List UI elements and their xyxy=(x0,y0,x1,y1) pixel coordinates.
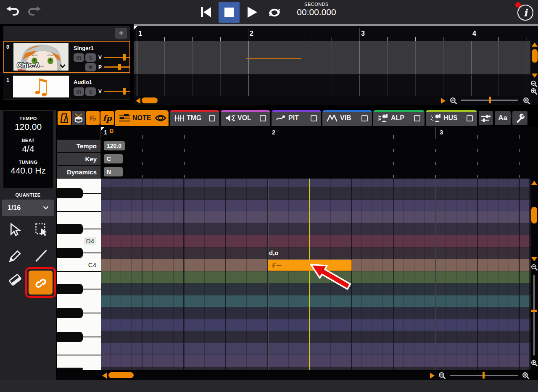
redo-button[interactable] xyxy=(26,5,42,18)
tab-alp[interactable]: ALP xyxy=(373,110,425,126)
piano-key-dsharp3[interactable] xyxy=(57,368,83,370)
info-button[interactable]: i xyxy=(517,5,533,21)
tab-note[interactable]: NOTE xyxy=(115,110,169,126)
track-row-singer1[interactable]: 0 Chis-A xyxy=(3,41,130,73)
settings-button[interactable] xyxy=(512,111,527,125)
timeline-hzoom-handle[interactable] xyxy=(489,97,491,103)
play-button[interactable] xyxy=(244,4,261,20)
pianoroll-hzoom-handle[interactable] xyxy=(483,372,485,379)
timeline-singer-track-lane[interactable] xyxy=(134,41,530,74)
solo-button[interactable]: s xyxy=(85,87,96,96)
pointer-tool-button[interactable] xyxy=(4,220,26,240)
tab-pit[interactable]: PIT xyxy=(272,110,321,126)
metronome-button[interactable] xyxy=(58,111,71,125)
pianoroll-scroll-up-arrow[interactable] xyxy=(531,181,537,185)
timeline-hzoom-in-button[interactable] xyxy=(523,97,530,105)
pianoroll-hzoom-slider[interactable] xyxy=(450,375,518,376)
visibility-eye-icon[interactable] xyxy=(154,113,167,123)
key-signature-button[interactable]: ♯♭ xyxy=(86,111,100,125)
timeline-scroll-right-arrow[interactable] xyxy=(441,98,446,104)
drum-button[interactable] xyxy=(72,111,85,125)
key-row-lane[interactable]: C xyxy=(101,153,530,165)
singer-volume-slider[interactable] xyxy=(104,57,130,58)
mute-button[interactable]: m xyxy=(74,87,84,96)
pianoroll-vzoom-in-button[interactable] xyxy=(531,360,538,367)
timeline-scroll-up-arrow[interactable] xyxy=(532,42,538,47)
tuning-value[interactable]: 440.0 Hz xyxy=(11,166,46,176)
volume-slider-handle[interactable] xyxy=(123,54,126,61)
tempo-row-lane[interactable]: 120.0 xyxy=(101,139,530,152)
dynamics-button[interactable]: fp xyxy=(100,111,114,125)
tab-tmg[interactable]: TMG xyxy=(170,110,219,126)
timeline-scroll-down-arrow[interactable] xyxy=(532,74,538,78)
beat-value[interactable]: 4/4 xyxy=(22,144,34,154)
hus-show-checkbox[interactable] xyxy=(467,115,473,121)
alp-show-checkbox[interactable] xyxy=(414,115,420,121)
pencil-tool-button[interactable] xyxy=(4,245,26,266)
quantize-dropdown[interactable]: 1/16 xyxy=(2,200,54,216)
loop-button[interactable] xyxy=(266,5,283,20)
line-tool-button[interactable] xyxy=(30,245,52,266)
timeline-vertical-scrollbar[interactable] xyxy=(532,49,538,63)
pianoroll-scroll-right-arrow[interactable] xyxy=(430,373,435,379)
singer-pan-slider[interactable] xyxy=(104,66,130,68)
voice-chevron-down-icon[interactable] xyxy=(59,64,66,68)
tab-vol[interactable]: VOL xyxy=(221,110,270,126)
singer-clip-note-preview[interactable] xyxy=(246,58,301,59)
tempo-value[interactable]: 120.00 xyxy=(15,122,42,132)
dynamics-event-pill[interactable]: N xyxy=(104,167,123,176)
solo-button[interactable]: s xyxy=(85,53,96,62)
audio-volume-slider[interactable] xyxy=(104,91,130,92)
tempo-event-pill[interactable]: 120.0 xyxy=(104,141,125,150)
track-row-audio1[interactable]: 1 ♫ Audio1 m s V xyxy=(3,74,130,99)
pianoroll-vzoom-slider[interactable] xyxy=(533,275,535,355)
pianoroll-ruler[interactable]: 1 B 2 3 xyxy=(57,127,530,139)
piano-key-csharp4[interactable] xyxy=(57,248,83,258)
lyrics-font-button[interactable]: Aa xyxy=(495,111,511,125)
eraser-tool-button[interactable] xyxy=(4,270,26,290)
tab-vib[interactable]: VIB xyxy=(322,110,372,126)
timeline-audio-track-lane[interactable] xyxy=(134,75,530,96)
timeline-vzoom-out-button[interactable] xyxy=(530,80,538,87)
note-grid[interactable]: d,o ドー xyxy=(101,179,530,370)
pianoroll-hzoom-in-button[interactable] xyxy=(522,372,530,379)
dynamics-row-lane[interactable]: N xyxy=(101,166,530,178)
vib-show-checkbox[interactable] xyxy=(361,115,368,121)
pianoroll-scroll-left-arrow[interactable] xyxy=(102,373,107,379)
key-event-pill[interactable]: C xyxy=(104,154,123,163)
marquee-select-tool-button[interactable] xyxy=(30,220,52,240)
piano-keyboard[interactable]: D4 C4 xyxy=(57,179,101,370)
rewind-button[interactable] xyxy=(198,4,214,20)
piano-key-dsharp4[interactable] xyxy=(57,224,83,234)
timeline-vzoom-in-button[interactable] xyxy=(530,88,538,95)
pianoroll-vertical-scrollbar[interactable] xyxy=(531,207,537,224)
pianoroll-vzoom-handle[interactable] xyxy=(531,310,537,312)
timeline-scroll-left-arrow[interactable] xyxy=(136,98,140,104)
singer-avatar[interactable]: Chis-A xyxy=(13,43,69,71)
pianoroll-horizontal-scrollbar[interactable] xyxy=(108,372,134,378)
pan-slider-handle[interactable] xyxy=(118,64,121,70)
stop-button[interactable] xyxy=(219,2,240,23)
vol-show-checkbox[interactable] xyxy=(260,115,266,121)
mixer-button[interactable] xyxy=(479,111,493,125)
piano-key-fsharp3[interactable] xyxy=(57,332,83,342)
volume-slider-handle[interactable] xyxy=(123,88,126,95)
timeline-ruler[interactable]: 1 2 3 4 xyxy=(134,26,538,41)
pit-show-checkbox[interactable] xyxy=(311,115,317,121)
pianoroll-scroll-down-arrow[interactable] xyxy=(531,257,537,261)
add-track-button[interactable]: + xyxy=(115,28,127,39)
timeline-hzoom-slider[interactable] xyxy=(461,100,518,101)
piano-key-gsharp3[interactable] xyxy=(57,308,83,318)
undo-button[interactable] xyxy=(5,5,21,18)
timeline-horizontal-scrollbar[interactable] xyxy=(142,97,158,103)
pianoroll-vzoom-out-button[interactable] xyxy=(531,264,538,271)
audio-thumbnail[interactable]: ♫ xyxy=(13,76,69,97)
piano-key-fsharp4[interactable] xyxy=(57,188,83,198)
special-voice-button[interactable]: ✱ xyxy=(85,63,96,71)
mute-button[interactable]: m xyxy=(74,53,84,62)
tmg-show-checkbox[interactable] xyxy=(209,115,215,121)
piano-key-asharp3[interactable] xyxy=(57,284,83,294)
pianoroll-hzoom-out-button[interactable] xyxy=(438,372,446,379)
timeline-hzoom-out-button[interactable] xyxy=(450,97,457,105)
tab-hus[interactable]: HUS xyxy=(426,110,477,126)
